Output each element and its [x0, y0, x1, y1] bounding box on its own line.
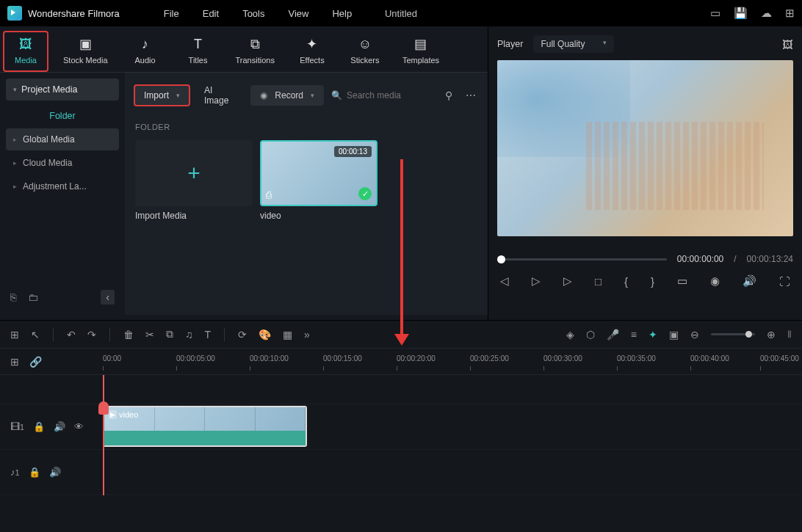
tl-marker-icon[interactable]: ◈ [566, 329, 574, 340]
tab-transitions[interactable]: ⧉ Transitions [228, 31, 282, 72]
apps-icon[interactable]: ⊞ [785, 7, 795, 20]
tl-add-track-icon[interactable]: ⊞ [10, 356, 19, 368]
menu-view[interactable]: View [288, 8, 308, 19]
prev-frame-icon[interactable]: ◁ [500, 274, 509, 288]
audio-track[interactable] [103, 450, 802, 495]
tl-zoom-in-icon[interactable]: ⊕ [767, 329, 776, 340]
tl-redo-icon[interactable]: ↷ [87, 329, 96, 340]
stock-icon: ▣ [76, 35, 94, 53]
tl-crop-icon[interactable]: ⧉ [166, 328, 173, 340]
cloud-icon[interactable]: ☁ [761, 7, 772, 20]
check-icon: ✓ [358, 187, 372, 200]
display-icon[interactable]: ▭ [710, 7, 720, 20]
tl-cursor-icon[interactable]: ↖ [31, 329, 40, 340]
app-logo [7, 6, 22, 21]
snapshot-icon[interactable]: 🖼 [782, 38, 793, 51]
tl-zoom-slider[interactable] [711, 333, 755, 335]
tl-grid-icon[interactable]: ⊞ [10, 329, 19, 340]
video-track[interactable]: video [103, 404, 802, 449]
scrub-slider[interactable] [497, 258, 667, 260]
mark-out-icon[interactable]: } [651, 275, 654, 288]
volume-icon[interactable]: 🔊 [743, 274, 756, 288]
collapse-sidebar-icon[interactable]: ‹ [101, 290, 115, 305]
tl-more-icon[interactable]: » [304, 329, 310, 340]
stop-icon[interactable]: □ [595, 275, 602, 288]
folder-header: FOLDER [125, 118, 488, 136]
tl-text-icon[interactable]: T [205, 329, 212, 340]
fullscreen-icon[interactable]: ⛶ [779, 275, 790, 288]
tl-adjust-icon[interactable]: ▦ [283, 329, 292, 340]
audio-track-icon[interactable]: ♪1 [10, 467, 20, 478]
sidebar-adjustment-layer[interactable]: Adjustment La... [6, 175, 119, 197]
new-folder-icon[interactable]: ⎘ [10, 291, 16, 303]
preview-video[interactable] [497, 60, 793, 236]
effects-icon: ✦ [303, 35, 321, 53]
record-button[interactable]: Record [250, 85, 324, 106]
play-icon[interactable]: ▷ [532, 274, 541, 288]
quality-dropdown[interactable]: Full Quality [533, 35, 614, 53]
playhead[interactable] [103, 375, 104, 495]
tl-color-icon[interactable]: 🎨 [259, 329, 271, 340]
tab-effects[interactable]: ✦ Effects [289, 31, 335, 72]
tl-speed-icon[interactable]: ⟳ [238, 329, 247, 340]
tl-link-icon[interactable]: 🔗 [29, 356, 42, 368]
folder-icon[interactable]: 🗀 [28, 291, 38, 303]
import-media-card[interactable]: + Import Media [135, 140, 253, 221]
menu-help[interactable]: Help [332, 8, 352, 19]
tab-stock-media[interactable]: ▣ Stock Media [56, 31, 115, 72]
tick: 00:00 [103, 354, 121, 362]
tl-view-icon[interactable]: ⦀ [787, 328, 792, 340]
search-input[interactable] [347, 90, 435, 101]
ai-image-button[interactable]: AI Image [198, 80, 243, 111]
sidebar-folder-label[interactable]: Folder [6, 105, 119, 127]
tick: 00:00:15:00 [323, 354, 362, 362]
tl-undo-icon[interactable]: ↶ [67, 329, 76, 340]
tl-autocut-icon[interactable]: ✦ [649, 329, 657, 340]
timeline-ruler[interactable]: 00:00 00:00:05:00 00:00:10:00 00:00:15:0… [103, 349, 802, 374]
track-mute-icon[interactable]: 🔊 [54, 421, 65, 432]
track-visible-icon[interactable]: 👁 [74, 421, 84, 432]
tl-zoom-out-icon[interactable]: ⊖ [690, 329, 699, 340]
menu-tools[interactable]: Tools [242, 8, 264, 19]
video-media-card[interactable]: 00:00:13 ⎙ ✓ video [260, 140, 377, 221]
save-icon[interactable]: 💾 [734, 7, 748, 20]
more-icon[interactable]: ⋯ [463, 87, 479, 104]
video-track-icon[interactable]: 🎞1 [10, 421, 24, 432]
tick: 00:00:25:00 [470, 354, 509, 362]
tick: 00:00:40:00 [690, 354, 729, 362]
sidebar-cloud-media[interactable]: Cloud Media [6, 152, 119, 174]
tab-media[interactable]: 🖼 Media [3, 31, 48, 72]
camera-icon[interactable]: ◉ [710, 274, 720, 288]
video-clip[interactable]: video [103, 406, 307, 447]
tab-titles[interactable]: T Titles [176, 31, 221, 72]
tab-audio[interactable]: ♪ Audio [123, 31, 168, 72]
tl-cut-icon[interactable]: ✂ [145, 329, 154, 340]
tl-shield-icon[interactable]: ⬡ [586, 329, 595, 340]
menu-edit[interactable]: Edit [203, 8, 219, 19]
tl-delete-icon[interactable]: 🗑 [123, 329, 134, 340]
tl-render-icon[interactable]: ▣ [669, 329, 679, 340]
app-name: Wondershare Filmora [28, 8, 120, 19]
play-forward-icon[interactable]: ▷ [563, 274, 572, 288]
tab-templates[interactable]: ▤ Templates [395, 31, 447, 72]
tl-mic-icon[interactable]: 🎤 [607, 329, 619, 340]
filter-icon[interactable]: ⚲ [442, 87, 455, 104]
mark-in-icon[interactable]: { [624, 275, 628, 288]
tick: 00:00:30:00 [543, 354, 582, 362]
search-icon: 🔍 [331, 90, 342, 101]
menu-file[interactable]: File [164, 8, 179, 19]
annotation-arrow [400, 159, 403, 335]
tl-music-icon[interactable]: ♫ [185, 329, 193, 340]
import-button[interactable]: Import [134, 84, 190, 106]
track-lock-icon[interactable]: 🔒 [33, 421, 45, 432]
sidebar-global-media[interactable]: Global Media [6, 128, 119, 150]
audio-lock-icon[interactable]: 🔒 [29, 467, 40, 478]
player-label: Player [497, 39, 523, 49]
sidebar-project-media[interactable]: Project Media [6, 79, 119, 101]
audio-mute-icon[interactable]: 🔊 [49, 467, 61, 478]
tab-stickers[interactable]: ☺ Stickers [342, 31, 388, 72]
tl-mixer-icon[interactable]: ≡ [631, 329, 637, 340]
monitor-icon[interactable]: ▭ [677, 274, 687, 288]
tick: 00:00:35:00 [617, 354, 656, 362]
media-icon: 🖼 [17, 35, 35, 53]
